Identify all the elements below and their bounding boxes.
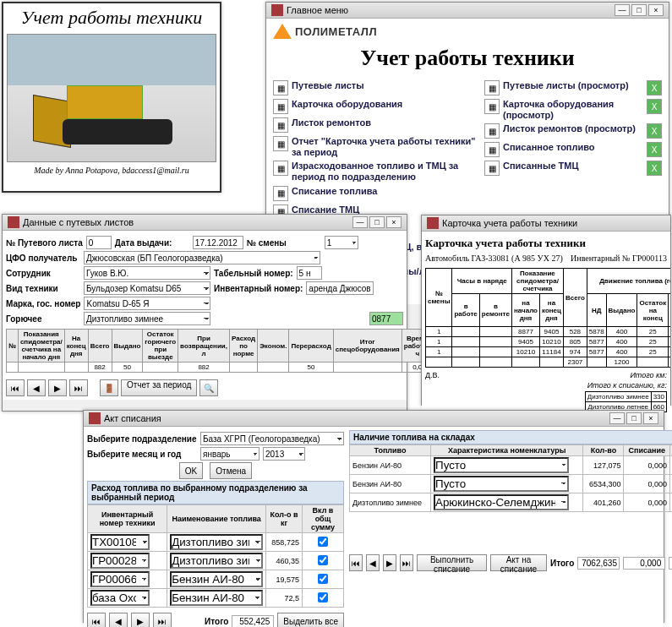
nav-last-button[interactable]: ⏭ (69, 379, 88, 396)
menu-item-1[interactable]: ▦Карточка оборудования (273, 98, 484, 115)
tab-no-input[interactable] (297, 266, 322, 280)
fuel-select[interactable] (84, 312, 210, 325)
form-icon: ▦ (273, 161, 288, 176)
lbl-vehicle-type: Вид техники (6, 284, 80, 293)
menu-item-3[interactable]: ▦Отчет "Карточка учета работы техники" з… (273, 135, 484, 158)
menu-item-0[interactable]: ▦Путевые листы (273, 79, 484, 96)
employee-select[interactable] (84, 266, 210, 280)
nav-next-button[interactable]: ▶ (131, 613, 150, 627)
table-row: 72,5 (88, 589, 344, 608)
year-select[interactable] (263, 447, 305, 461)
inv-select[interactable] (90, 571, 150, 587)
include-checkbox[interactable] (318, 537, 328, 547)
fuel-name-select[interactable] (170, 553, 263, 569)
fuel-name-select[interactable] (170, 590, 263, 606)
minimize-button[interactable]: — (615, 4, 630, 16)
maximize-button[interactable]: □ (626, 412, 642, 424)
nav-next-button[interactable]: ▶ (48, 379, 67, 396)
maximize-button[interactable]: □ (369, 216, 385, 228)
fuel-name-select[interactable] (170, 571, 263, 587)
month-select[interactable] (200, 447, 260, 461)
menu-item-view-1[interactable]: ▦Карточка оборудования (просмотр)X (484, 98, 662, 121)
close-button[interactable]: × (386, 216, 402, 228)
close-button[interactable]: × (643, 412, 658, 424)
table-row: 188779405528587840025354,16400 (426, 327, 671, 337)
include-checkbox[interactable] (318, 574, 328, 584)
table-row: Бензин АИ-80127,0750,000127,075 (350, 456, 673, 475)
nav-prev-button[interactable]: ◀ (109, 613, 128, 627)
menu-item-view-0[interactable]: ▦Путевые листы (просмотр)X (484, 79, 662, 96)
menu-item-label: Отчет "Карточка учета работы техники" за… (292, 136, 484, 157)
menu-item-label: Карточка оборудования (просмотр) (503, 99, 643, 120)
main-menu-titlebar: Главное меню — □ × (266, 3, 669, 19)
nav-first-button[interactable]: ⏮ (349, 554, 363, 571)
inv-select[interactable] (90, 553, 150, 569)
splash-credit: Made by Anna Potapova, bdaccess1@mail.ru (3, 164, 220, 177)
stock-char-select[interactable] (434, 457, 569, 473)
excel-icon[interactable]: X (647, 142, 662, 157)
include-checkbox[interactable] (318, 592, 328, 602)
form-icon: ▦ (273, 186, 288, 201)
cfo-select[interactable] (84, 251, 320, 264)
shift-no-select[interactable] (325, 236, 358, 249)
nav-prev-button[interactable]: ◀ (27, 379, 46, 396)
close-button[interactable]: × (648, 4, 664, 16)
menu-item-view-3[interactable]: ▦Списанное топливоX (484, 141, 662, 158)
inv-no-input[interactable] (306, 281, 374, 295)
itogo-label: Итого (205, 617, 228, 626)
minimize-button[interactable]: — (352, 216, 368, 228)
sheet-no-input[interactable] (86, 236, 112, 249)
report-period-button[interactable]: Отчет за период (121, 379, 197, 396)
writeoff-label: Итого к списанию, кг: (587, 381, 667, 390)
stock-char-select[interactable] (434, 476, 569, 492)
nav-first-button[interactable]: ⏮ (6, 379, 25, 396)
main-menu-title: Главное меню (287, 5, 348, 15)
nav-last-button[interactable]: ⏭ (153, 613, 172, 627)
form-icon: ▦ (484, 123, 500, 139)
execute-writeoff-button[interactable]: Выполнить списание (417, 554, 487, 571)
menu-item-4[interactable]: ▦Израсходованное топливо и ТМЦ за период… (273, 160, 484, 183)
select-all-button[interactable]: Выделить все (277, 613, 344, 627)
cancel-button[interactable]: Отмена (210, 462, 252, 479)
menu-item-label: Списанное топливо (503, 142, 595, 153)
maximize-button[interactable]: □ (631, 4, 647, 16)
nav-next-button[interactable]: ▶ (383, 554, 396, 571)
search-button[interactable]: 🔍 (199, 379, 218, 396)
excel-icon[interactable]: X (647, 80, 662, 95)
door-icon[interactable]: 🚪 (100, 379, 118, 396)
menu-item-2[interactable]: ▦Листок ремонтов (273, 117, 484, 134)
model-select[interactable] (84, 297, 210, 310)
fuel-name-select[interactable] (170, 534, 263, 550)
lbl-shift-no: № смены (247, 238, 321, 248)
minimize-button[interactable]: — (609, 412, 625, 424)
excel-icon[interactable]: X (647, 123, 662, 139)
lbl-employee: Сотрудник (6, 269, 80, 278)
ok-button[interactable]: OK (179, 462, 203, 479)
form-icon: ▦ (273, 80, 288, 95)
nav-last-button[interactable]: ⏭ (400, 554, 413, 571)
app-title: Учет работы техники (273, 41, 662, 79)
excel-icon[interactable]: X (647, 161, 662, 176)
vehicle-type-select[interactable] (84, 281, 210, 295)
inv-select[interactable] (90, 534, 150, 550)
include-checkbox[interactable] (318, 555, 328, 565)
stock-table: ТопливоХарактеристика номенклатурыКол-во… (349, 444, 672, 512)
table-row: 460,35 (88, 552, 344, 570)
nav-first-button[interactable]: ⏮ (87, 613, 106, 627)
nav-prev-button[interactable]: ◀ (366, 554, 380, 571)
issue-date-input[interactable] (193, 236, 243, 249)
report-title: Карточка учета работы техники (425, 235, 667, 252)
menu-item-label: Списание топлива (292, 186, 377, 197)
menu-item-view-4[interactable]: ▦Списанные ТМЦX (484, 160, 662, 177)
fuel-code-input[interactable] (369, 312, 403, 325)
logo-icon (273, 24, 292, 39)
inv-select[interactable] (90, 590, 150, 606)
menu-item-5[interactable]: ▦Списание топлива (273, 185, 484, 202)
dept-select[interactable] (200, 432, 344, 445)
lbl-cfo: ЦФО получатель (6, 254, 80, 263)
act-report-button[interactable]: Акт на списание (490, 554, 547, 571)
stock-char-select[interactable] (434, 494, 569, 510)
menu-item-view-2[interactable]: ▦Листок ремонтов (просмотр)X (484, 123, 662, 139)
excel-icon[interactable]: X (647, 99, 662, 114)
act-wintitle: Акт списания (104, 413, 161, 423)
